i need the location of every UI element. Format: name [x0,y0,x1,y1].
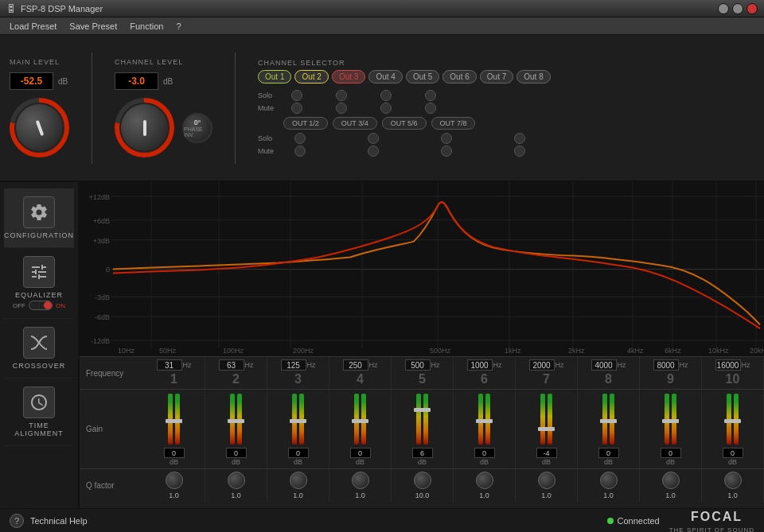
freq-input-7[interactable] [529,359,555,371]
out-5-button[interactable]: Out 5 [406,70,439,83]
fader-track2-10 [734,394,739,445]
channel-level-value: -3.0 [128,76,145,87]
out-pair-12[interactable]: OUT 1/2 [283,117,328,130]
channel-level-knob[interactable] [119,103,170,153]
out34-mute[interactable] [336,103,347,114]
gain-value-6[interactable]: 0 [474,448,495,458]
q-knob-8[interactable] [600,472,618,489]
sidebar-item-configuration[interactable]: CONFIGURATION [4,188,74,248]
fader-handle2-7[interactable] [545,427,555,431]
fader-handle2-4[interactable] [359,419,368,423]
freq-input-1[interactable] [157,359,182,371]
out-4-button[interactable]: Out 4 [368,70,402,83]
freq-cell-7: Hz 7 [516,357,578,389]
menu-function[interactable]: Function [123,20,170,33]
fader-track-5 [416,394,421,445]
pair34-solo[interactable] [368,133,379,144]
out56-solo[interactable] [380,90,392,101]
gain-value-5[interactable]: 6 [412,448,433,458]
q-knob-10[interactable] [724,472,742,489]
fader-handle2-10[interactable] [731,419,741,423]
fader-handle2-3[interactable] [297,419,306,423]
phase-button[interactable]: 0° PHASE INV. [182,113,212,143]
q-knob-4[interactable] [352,472,369,489]
freq-input-9[interactable] [653,359,679,371]
gain-db-9: dB [666,458,675,466]
q-knob-7[interactable] [538,472,555,489]
gain-value-3[interactable]: 0 [288,448,309,458]
gain-value-10[interactable]: 0 [723,448,743,458]
out-2-button[interactable]: Out 2 [294,70,328,83]
fader-handle2-2[interactable] [235,419,244,423]
pair56-solo[interactable] [441,133,452,144]
out-pair-78[interactable]: OUT 7/8 [431,117,476,130]
close-button[interactable] [746,3,758,14]
freq-input-8[interactable] [591,359,617,371]
freq-input-10[interactable] [715,359,741,371]
band-num-3: 3 [294,372,302,386]
q-knob-9[interactable] [662,472,680,489]
channel-level-section: CHANNEL LEVEL -3.0 dB 0° PHASE INV. [115,58,212,157]
gain-db-4: dB [356,458,364,466]
out-3-button[interactable]: Out 3 [332,70,365,83]
q-knob-3[interactable] [290,472,307,489]
channel-level-display[interactable]: -3.0 [115,72,158,90]
out78-mute[interactable] [425,103,436,114]
freq-input-3[interactable] [281,359,306,371]
pair78-mute[interactable] [514,146,525,157]
menu-help[interactable]: ? [170,20,187,33]
pair34-mute[interactable] [368,146,379,157]
out-8-button[interactable]: Out 8 [516,70,550,83]
out12-solo[interactable] [291,90,302,101]
freq-input-6[interactable] [467,359,493,371]
gain-value-7[interactable]: -4 [536,448,557,458]
help-button[interactable]: ? [10,514,24,528]
out-pair-34[interactable]: OUT 3/4 [333,117,377,130]
freq-input-5[interactable] [405,359,431,371]
gain-value-8[interactable]: 0 [598,448,619,458]
fader-handle2-6[interactable] [483,419,493,423]
gain-value-1[interactable]: 0 [164,448,185,458]
sidebar-item-crossover[interactable]: CROSSOVER [4,319,74,379]
out56-mute[interactable] [380,103,392,114]
gain-value-9[interactable]: 0 [661,448,681,458]
q-cell-9: 1.0 [640,469,702,502]
eq-toggle[interactable] [29,301,53,310]
gain-cell-1: 0 dB [143,390,205,468]
out-pair-56[interactable]: OUT 5/6 [382,117,427,130]
q-knob-6[interactable] [476,472,493,489]
q-knob-1[interactable] [166,472,183,489]
freq-input-2[interactable] [219,359,244,371]
freq-input-4[interactable] [343,359,368,371]
pair78-solo[interactable] [514,133,525,144]
pair12-mute[interactable] [294,146,306,157]
out78-solo[interactable] [425,90,436,101]
gain-value-2[interactable]: 0 [226,448,247,458]
fader-handle2-9[interactable] [669,419,679,423]
q-value-7: 1.0 [541,491,552,499]
fader-handle2-1[interactable] [173,419,182,423]
main-level-display[interactable]: -52.5 [10,72,53,90]
fader-handle2-5[interactable] [421,408,431,412]
fader-track2-2 [237,394,242,445]
out-6-button[interactable]: Out 6 [442,70,476,83]
main-level-knob[interactable] [14,103,64,153]
gain-value-4[interactable]: 0 [350,448,371,458]
svg-text:1kHz: 1kHz [505,347,521,355]
phase-angle: 0° [194,118,201,126]
maximize-button[interactable] [732,3,743,14]
q-knob-5[interactable] [414,472,431,489]
pair56-mute[interactable] [441,146,452,157]
fader-handle2-8[interactable] [607,419,617,423]
pair12-solo[interactable] [294,133,306,144]
sidebar-item-equalizer[interactable]: EQUALIZER OFF ON [4,248,74,319]
sidebar-item-time-alignment[interactable]: TIME ALIGNMENT [4,379,74,446]
menu-save-preset[interactable]: Save Preset [63,20,123,33]
menu-load-preset[interactable]: Load Preset [3,20,63,33]
q-knob-2[interactable] [228,472,245,489]
minimize-button[interactable] [718,3,729,14]
out-1-button[interactable]: Out 1 [258,70,291,83]
out34-solo[interactable] [336,90,347,101]
out12-mute[interactable] [291,103,302,114]
out-7-button[interactable]: Out 7 [480,70,513,83]
